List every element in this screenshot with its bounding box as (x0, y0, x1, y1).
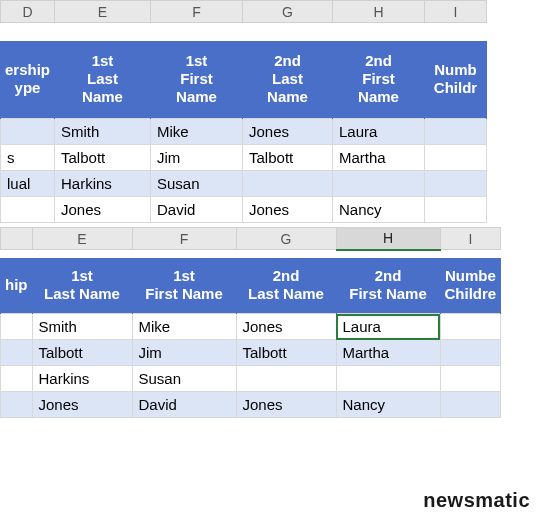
cell[interactable] (1, 366, 33, 392)
cell[interactable]: Jones (55, 197, 151, 223)
cell[interactable]: Jones (243, 197, 333, 223)
cell[interactable]: Jones (236, 392, 336, 418)
header-1st-first-name: 1st First Name (151, 41, 243, 119)
cell[interactable]: Nancy (336, 392, 440, 418)
header-number-children: Numb Childr (425, 41, 487, 119)
header-membership: hip (1, 258, 33, 314)
cell[interactable]: Talbott (243, 145, 333, 171)
cell[interactable]: Smith (55, 119, 151, 145)
table-row: Talbott Jim Talbott Martha (1, 340, 501, 366)
cell[interactable]: Jim (132, 340, 236, 366)
cell[interactable] (1, 119, 55, 145)
header-1st-last-name: 1st Last Name (55, 41, 151, 119)
cell[interactable]: Nancy (333, 197, 425, 223)
cell[interactable] (425, 197, 487, 223)
column-header-D[interactable]: D (1, 1, 55, 23)
table-row: Smith Mike Jones Laura (1, 314, 501, 340)
table-header-row: hip 1st Last Name 1st First Name 2nd Las… (1, 258, 501, 314)
cell[interactable] (425, 171, 487, 197)
column-header-H[interactable]: H (336, 228, 440, 250)
cell[interactable] (425, 119, 487, 145)
cell[interactable]: lual (1, 171, 55, 197)
column-header-F[interactable]: F (151, 1, 243, 23)
header-2nd-last-name: 2nd Last Name (236, 258, 336, 314)
cell[interactable]: Harkins (32, 366, 132, 392)
cell[interactable]: Jones (236, 314, 336, 340)
cell[interactable] (440, 314, 501, 340)
table-row: lual Harkins Susan (1, 171, 487, 197)
cell[interactable]: Jones (32, 392, 132, 418)
selected-cell[interactable]: Laura (336, 314, 440, 340)
column-header-I[interactable]: I (440, 228, 501, 250)
header-membership-type: ership ype (1, 41, 55, 119)
table-row: s Talbott Jim Talbott Martha (1, 145, 487, 171)
cell[interactable] (336, 366, 440, 392)
cell[interactable]: David (132, 392, 236, 418)
cell[interactable] (425, 145, 487, 171)
column-header-G[interactable]: G (243, 1, 333, 23)
header-number-children: Numbe Childre (440, 258, 501, 314)
cell[interactable]: Martha (333, 145, 425, 171)
cell[interactable]: s (1, 145, 55, 171)
column-header-row: E F G H I (1, 228, 501, 250)
cell[interactable]: Laura (333, 119, 425, 145)
watermark: newsmatic (423, 489, 530, 512)
cell[interactable]: Mike (151, 119, 243, 145)
header-2nd-first-name: 2nd First Name (333, 41, 425, 119)
column-header-E[interactable]: E (32, 228, 132, 250)
column-header-D[interactable] (1, 228, 33, 250)
cell[interactable]: David (151, 197, 243, 223)
table-row: Jones David Jones Nancy (1, 392, 501, 418)
cell[interactable]: Talbott (32, 340, 132, 366)
cell[interactable] (1, 197, 55, 223)
spreadsheet-upper: D E F G H I ership ype 1st Last Name 1st… (0, 0, 487, 223)
cell[interactable]: Talbott (236, 340, 336, 366)
spreadsheet-lower: E F G H I hip 1st Last Name 1st First Na… (0, 227, 501, 418)
cell[interactable]: Jim (151, 145, 243, 171)
table-row: Smith Mike Jones Laura (1, 119, 487, 145)
cell[interactable]: Smith (32, 314, 132, 340)
table-header-row: ership ype 1st Last Name 1st First Name … (1, 41, 487, 119)
cell[interactable]: Mike (132, 314, 236, 340)
cell[interactable] (236, 366, 336, 392)
cell[interactable]: Jones (243, 119, 333, 145)
cell[interactable]: Talbott (55, 145, 151, 171)
header-2nd-first-name: 2nd First Name (336, 258, 440, 314)
cell[interactable]: Susan (132, 366, 236, 392)
column-header-F[interactable]: F (132, 228, 236, 250)
column-header-G[interactable]: G (236, 228, 336, 250)
column-header-row: D E F G H I (1, 1, 487, 23)
column-header-H[interactable]: H (333, 1, 425, 23)
cell[interactable] (243, 171, 333, 197)
header-2nd-last-name: 2nd Last Name (243, 41, 333, 119)
cell[interactable] (440, 366, 501, 392)
cell[interactable] (1, 314, 33, 340)
cell[interactable] (333, 171, 425, 197)
cell[interactable]: Susan (151, 171, 243, 197)
cell[interactable] (440, 340, 501, 366)
column-header-I[interactable]: I (425, 1, 487, 23)
cell[interactable] (440, 392, 501, 418)
table-row: Harkins Susan (1, 366, 501, 392)
header-1st-last-name: 1st Last Name (32, 258, 132, 314)
column-header-E[interactable]: E (55, 1, 151, 23)
table-row: Jones David Jones Nancy (1, 197, 487, 223)
cell[interactable] (1, 392, 33, 418)
cell[interactable]: Martha (336, 340, 440, 366)
header-1st-first-name: 1st First Name (132, 258, 236, 314)
cell[interactable] (1, 340, 33, 366)
cell[interactable]: Harkins (55, 171, 151, 197)
